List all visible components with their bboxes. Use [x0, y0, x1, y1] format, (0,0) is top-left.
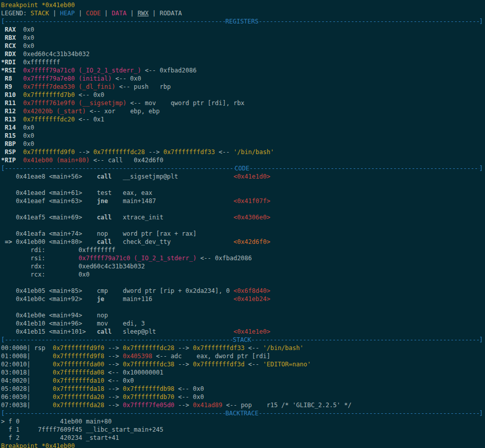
- register-row-r13: R13 0x7fffffffdc20 <-- 0x1: [1, 115, 485, 123]
- stack-row: 00:0000| rsp 0x7fffffffd9f0 --> 0x7fffff…: [1, 344, 485, 352]
- section-divider-registers: [---------------------------------------…: [1, 17, 483, 26]
- divider-open-bracket: [: [1, 164, 5, 172]
- register-row-rbx: RBX 0x0: [1, 34, 485, 42]
- code-line-current: => 0x41eb00 <main+80> call check_dev_tty…: [1, 238, 485, 246]
- code-arg-line: rcx: 0x0: [1, 270, 485, 279]
- register-row-rip: *RIP 0x41eb00 (main+80) <-- call 0x42d6f…: [1, 156, 485, 164]
- code-line: 0x41eaef <main+63> jne main+1487 <0x41f0…: [1, 197, 485, 205]
- debugger-terminal[interactable]: Breakpoint *0x41eb00LEGEND: STACK | HEAP…: [0, 0, 485, 448]
- code-arg-line: rsi: 0x7ffff79a71c0 (_IO_2_1_stderr_) <-…: [1, 254, 485, 262]
- divider-dashes: ----------------------------------------…: [5, 164, 234, 172]
- divider-dashes: ----------------------------------------…: [259, 409, 479, 417]
- stack-row: 04:0020| 0x7fffffffda10 <-- 0x0: [1, 377, 485, 385]
- stack-row: 07:0038| 0x7fffffffda28 --> 0x7ffff7fe05…: [1, 401, 485, 409]
- code-arg-line: rdx: 0xed60c4c31b34b032: [1, 262, 485, 270]
- blank-line: [1, 205, 485, 213]
- code-line: 0x41eb0e <main+94> nop: [1, 311, 485, 319]
- divider-dashes: ----------------------------------------…: [249, 164, 479, 172]
- backtrace-frame: f 1 7ffff7609f45 __libc_start_main+245: [1, 426, 485, 434]
- code-line: 0x41eb15 <main+101> call sleep@plt <0x41…: [1, 328, 485, 336]
- code-line: 0x41eafa <main+74> nop word ptr [rax + r…: [1, 230, 485, 238]
- divider-dashes: ----------------------------------------…: [251, 336, 479, 344]
- divider-open-bracket: [: [1, 17, 5, 26]
- section-title: STACK: [233, 336, 251, 344]
- register-row-r12: R12 0x42020b (_start) <-- xor ebp, ebp: [1, 107, 485, 115]
- stack-row: 05:0028| 0x7fffffffda18 --> 0x7fffffffdb…: [1, 385, 485, 393]
- stack-row: 03:0018| 0x7fffffffda08 <-- 0x100000001: [1, 368, 485, 377]
- code-line: 0x41eb0c <main+92> je main+116 <0x41eb24…: [1, 295, 485, 303]
- breakpoint-banner: Breakpoint *0x41eb00: [1, 1, 485, 9]
- register-row-rsi: *RSI 0x7ffff79a71c0 (_IO_2_1_stderr_) <-…: [1, 66, 485, 74]
- divider-dashes: ----------------------------------------…: [259, 17, 479, 26]
- section-title: REGISTERS: [225, 17, 258, 26]
- blank-line: [1, 181, 485, 189]
- stack-row: 01:0008| 0x7fffffffd9f8 --> 0x405398 <--…: [1, 352, 485, 360]
- divider-dashes: ----------------------------------------…: [5, 17, 225, 26]
- section-divider-stack: [---------------------------------------…: [1, 336, 483, 344]
- stack-row: 02:0010| 0x7fffffffda00 --> 0x7fffffffdc…: [1, 360, 485, 368]
- breakpoint-banner: Breakpoint *0x41eb00: [1, 442, 485, 448]
- divider-close-bracket: ]: [479, 17, 483, 26]
- register-row-r15: R15 0x0: [1, 132, 485, 140]
- section-divider-code: [---------------------------------------…: [1, 164, 483, 172]
- blank-line: [1, 303, 485, 311]
- divider-close-bracket: ]: [479, 336, 483, 344]
- backtrace-frame: > f 0 41eb00 main+80: [1, 417, 485, 426]
- divider-open-bracket: [: [1, 336, 5, 344]
- register-row-r14: R14 0x0: [1, 123, 485, 132]
- divider-dashes: ----------------------------------------…: [5, 336, 233, 344]
- register-row-r10: R10 0x7fffffffd7b0 <-- 0x0: [1, 91, 485, 99]
- section-title: CODE: [235, 164, 250, 172]
- divider-close-bracket: ]: [479, 164, 483, 172]
- register-row-rdi: *RDI 0xffffffff: [1, 58, 485, 66]
- divider-close-bracket: ]: [479, 409, 483, 417]
- divider-open-bracket: [: [1, 409, 5, 417]
- register-row-rsp: RSP 0x7fffffffd9f0 --> 0x7fffffffdc28 --…: [1, 148, 485, 156]
- blank-line: [1, 221, 485, 230]
- register-row-rax: RAX 0x0: [1, 26, 485, 34]
- code-line: 0x41eb05 <main+85> cmp dword ptr [rip + …: [1, 287, 485, 295]
- code-arg-line: rdi: 0xffffffff: [1, 246, 485, 254]
- code-line: 0x41eaed <main+61> test eax, eax: [1, 189, 485, 197]
- blank-line: [1, 279, 485, 287]
- legend-line: LEGEND: STACK | HEAP | CODE | DATA | RWX…: [1, 9, 485, 17]
- register-row-r9: R9 0x7ffff7dea530 (_dl_fini) <-- push rb…: [1, 83, 485, 91]
- register-row-r11: R11 0x7ffff761e9f0 (__sigsetjmp) <-- mov…: [1, 99, 485, 107]
- register-row-rbp: RBP 0x0: [1, 140, 485, 148]
- backtrace-frame: f 2 420234 _start+41: [1, 434, 485, 442]
- divider-dashes: ----------------------------------------…: [5, 409, 225, 417]
- register-row-rdx: RDX 0xed60c4c31b34b032: [1, 50, 485, 58]
- register-row-r8: R8 0x7ffff79a7e80 (initial) <-- 0x0: [1, 74, 485, 83]
- register-row-rcx: RCX 0x0: [1, 42, 485, 50]
- section-title: BACKTRACE: [225, 409, 258, 417]
- code-line: 0x41eae8 <main+56> call __sigsetjmp@plt …: [1, 172, 485, 181]
- code-line: 0x41eaf5 <main+69> call xtrace_init <0x4…: [1, 213, 485, 221]
- code-line: 0x41eb10 <main+96> mov edi, 3: [1, 319, 485, 328]
- stack-row: 06:0030| 0x7fffffffda20 --> 0x7fffffffdb…: [1, 393, 485, 401]
- section-divider-backtrace: [---------------------------------------…: [1, 409, 483, 417]
